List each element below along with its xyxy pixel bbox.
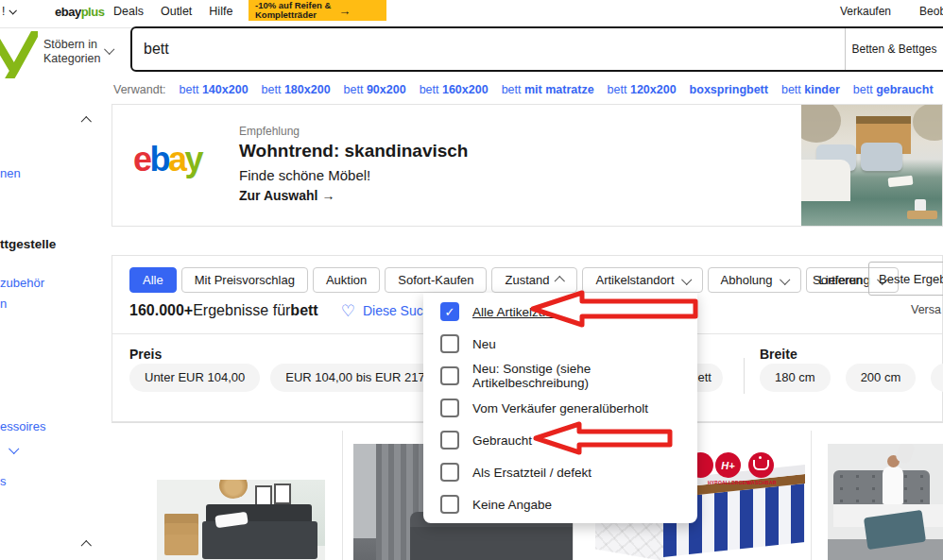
filter-button-sofort-kaufen[interactable]: Sofort-Kaufen	[385, 267, 487, 293]
related-search-link[interactable]: bett 140x200	[180, 83, 249, 96]
checkbox-checked-icon[interactable]: ✓	[440, 302, 459, 321]
chevron-down-icon	[780, 274, 790, 284]
condition-option-label: Gebraucht	[472, 433, 532, 448]
browse-categories-link[interactable]: Stöbern in Kategorien	[43, 38, 100, 66]
checkbox-unchecked-icon[interactable]	[440, 366, 459, 385]
condition-option-label: Als Ersatzteil / defekt	[472, 466, 592, 480]
sidebar-fragment[interactable]: nen	[0, 166, 21, 180]
condition-option-als-ersatzteil-defekt[interactable]: Als Ersatzteil / defekt	[423, 456, 697, 488]
nav-link-verkaufen[interactable]: Verkaufen	[840, 5, 891, 18]
width-section-heading: Breite	[760, 347, 797, 362]
browse-line2: Kategorien	[43, 52, 100, 66]
checkbox-unchecked-icon[interactable]	[440, 495, 459, 514]
account-greeting[interactable]: !	[2, 5, 15, 18]
search-bar: Betten & Bettges	[130, 26, 943, 72]
related-search-link[interactable]: bett mit matratze	[502, 83, 594, 96]
price-section-heading: Preis	[129, 347, 162, 362]
width-filter-pill[interactable]: 180 cm	[760, 364, 831, 392]
checkbox-unchecked-icon[interactable]	[440, 463, 459, 482]
collapse-chevron-icon[interactable]	[81, 116, 92, 127]
chevron-down-icon[interactable]	[104, 44, 114, 55]
top-nav-right: VerkaufenBeoba	[840, 5, 943, 18]
banner-eyebrow: Empfehlung	[239, 125, 300, 138]
product-image-bedroom[interactable]	[157, 480, 325, 560]
top-nav-left: DealsOutletHilfe	[113, 5, 232, 18]
related-search-link[interactable]: bett 160x200	[420, 83, 489, 96]
sidebar-fragment[interactable]: s	[0, 474, 7, 488]
related-search-link[interactable]: bett 180x200	[262, 83, 331, 96]
arrow-right-icon: →	[338, 4, 351, 18]
related-search-link[interactable]: boxspringbett	[690, 83, 768, 96]
nav-link-deals[interactable]: Deals	[113, 5, 144, 18]
condition-option-neu[interactable]: Neu	[423, 328, 697, 360]
divider	[811, 431, 812, 560]
related-search-link[interactable]: bett kinder	[781, 83, 840, 96]
chevron-down-icon	[681, 274, 692, 284]
checkbox-unchecked-icon[interactable]	[440, 334, 459, 353]
nav-link-beoba[interactable]: Beoba	[919, 5, 943, 18]
shipping-link-fragment[interactable]: Versa	[911, 303, 941, 316]
sidebar-fragment[interactable]: essoires	[0, 419, 45, 433]
category-selector[interactable]: Betten & Bettges	[845, 28, 943, 70]
price-pill-row: Unter EUR 104,00EUR 104,00 bis EUR 217,0…	[129, 364, 457, 392]
filter-button-abholung[interactable]: Abholung	[708, 267, 801, 293]
collapse-chevron-icon[interactable]	[81, 540, 92, 551]
chevron-down-icon	[9, 7, 17, 14]
ebay-logo-fragment[interactable]	[0, 31, 38, 78]
divider	[744, 358, 745, 394]
ebay-search-results-page: ! ebayplus DealsOutletHilfe -10% auf Rei…	[0, 0, 943, 560]
sort-select-value: Beste Ergebnis	[879, 272, 943, 286]
filter-button-auktion[interactable]: Auktion	[313, 267, 380, 293]
expand-chevron-icon[interactable]	[9, 444, 19, 454]
search-input[interactable]	[132, 28, 845, 70]
banner-cta-link[interactable]: Zur Auswahl →	[239, 188, 334, 203]
condition-option-keine-angabe[interactable]: Keine Angabe	[423, 488, 697, 520]
heart-icon[interactable]: ♡	[341, 301, 355, 321]
greeting-fragment: !	[2, 5, 5, 18]
h-plus-badge-icon: H+	[715, 452, 741, 478]
related-search-link[interactable]: bett 120x200	[608, 83, 677, 96]
condition-option-label: Neu: Sonstige (siehe Artikelbeschreibung…	[472, 362, 697, 390]
related-searches: Verwandt: bett 140x200bett 180x200bett 9…	[113, 83, 943, 96]
recommendation-banner[interactable]: ebay Empfehlung Wohntrend: skandinavisch…	[111, 104, 943, 227]
ebay-logo-letter: b	[150, 140, 169, 178]
results-count: 160.000+	[129, 302, 193, 319]
checkbox-unchecked-icon[interactable]	[440, 431, 459, 450]
promo-banner[interactable]: -10% auf Reifen & Kompletträder →	[249, 0, 386, 21]
ebay-logo-letter: e	[133, 140, 150, 178]
product-image-grey-bed[interactable]	[828, 444, 943, 560]
filter-button-mit-preisvorschlag[interactable]: Mit Preisvorschlag	[181, 267, 308, 293]
sort-select[interactable]: Beste Ergebnis	[868, 262, 943, 296]
condition-option-neu-sonstige-siehe-artikelbeschreibung[interactable]: Neu: Sonstige (siehe Artikelbeschreibung…	[423, 360, 697, 392]
condition-option-label: Keine Angabe	[472, 498, 552, 512]
ebay-plus-ebay: ebay	[55, 5, 81, 19]
sidebar-fragment[interactable]: n	[0, 297, 7, 311]
related-search-link[interactable]: bett gebraucht	[853, 83, 934, 96]
filter-button-row: AlleMit PreisvorschlagAuktionSofort-Kauf…	[129, 267, 899, 293]
related-label: Verwandt:	[113, 83, 166, 96]
banner-subtitle: Finde schöne Möbel!	[239, 167, 370, 183]
width-pill-row: 180 cm200 cm150 cm	[760, 364, 943, 392]
category-selector-label: Betten & Bettges	[851, 42, 936, 56]
ebay-plus-link[interactable]: ebayplus	[55, 5, 104, 19]
red-arrow-annotation	[529, 289, 699, 329]
checkbox-unchecked-icon[interactable]	[440, 399, 459, 417]
sidebar-fragment: ttgestelle	[0, 237, 56, 251]
width-filter-pill[interactable]: 200 cm	[846, 364, 917, 392]
browse-line1: Stöbern in	[43, 38, 100, 52]
banner-image	[801, 105, 942, 226]
results-query: bett	[290, 302, 317, 319]
related-search-link[interactable]: bett 90x200	[344, 83, 406, 96]
red-arrow-annotation	[532, 419, 674, 457]
nav-link-hilfe[interactable]: Hilfe	[209, 5, 232, 18]
width-filter-pill[interactable]: 150 cm	[931, 364, 943, 392]
ebay-logo-letter: a	[168, 140, 185, 178]
top-navigation-bar: ! ebayplus DealsOutletHilfe -10% auf Rei…	[0, 0, 943, 28]
nav-link-outlet[interactable]: Outlet	[161, 5, 192, 18]
ebay-logo[interactable]: ebay	[133, 143, 201, 177]
sidebar-fragment[interactable]: zubehör	[0, 276, 44, 290]
badge-label: WASCHBAR	[741, 480, 782, 485]
filter-button-alle[interactable]: Alle	[129, 267, 177, 293]
price-filter-pill[interactable]: Unter EUR 104,00	[129, 364, 260, 392]
banner-title: Wohntrend: skandinavisch	[239, 141, 468, 161]
